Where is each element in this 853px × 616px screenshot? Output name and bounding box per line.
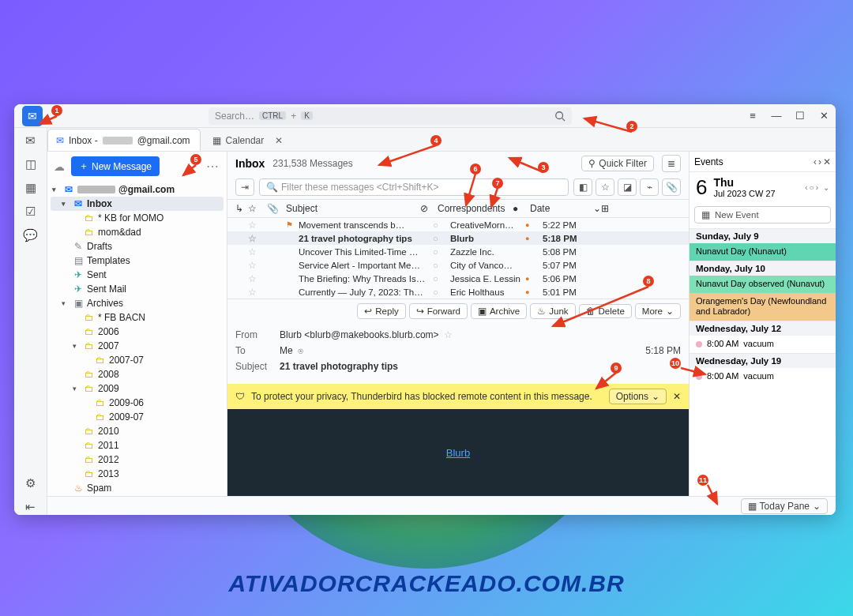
twisty-icon[interactable]: ▾ [62,299,70,307]
maximize-button[interactable]: ☐ [788,104,812,128]
keep-filters-toggle[interactable]: ⇥ [235,178,254,196]
spam-dot-icon[interactable]: ○ [433,261,450,270]
next-day-icon[interactable]: › [816,183,818,192]
prev-icon[interactable]: ‹ [814,156,817,167]
forward-button[interactable]: ↪Forward [409,303,468,319]
folder-row[interactable]: 🗀* KB for MOMO [51,211,224,225]
spaces-mail-icon[interactable]: ✉ [23,133,39,148]
tab-calendar[interactable]: ▦ Calendar ✕ [204,129,294,151]
event-item[interactable]: Nunavut Day (Nunavut) [690,243,836,261]
quick-filter-button[interactable]: ⚲ Quick Filter [581,156,654,171]
hamburger-menu-button[interactable]: ≡ [741,104,765,128]
message-row[interactable]: ☆Currently — July 7, 2023: Th…○Eric Holt… [227,285,689,299]
col-spam[interactable]: ⊘ [420,203,438,214]
folder-row[interactable]: 🗀2007-07 [51,353,224,367]
folder-row[interactable]: ▾✉Inbox [51,197,224,211]
close-events-icon[interactable]: ✕ [823,156,831,167]
folder-row[interactable]: 🗀mom&dad [51,225,224,239]
reply-button[interactable]: ↩Reply [357,303,405,319]
settings-icon[interactable]: ⚙ [23,475,39,491]
col-read[interactable]: ● [513,203,530,214]
message-row[interactable]: ☆Uncover This Limited-Time …○Zazzle Inc.… [227,245,689,258]
next-icon[interactable]: › [818,156,821,167]
twisty-icon[interactable]: ▾ [52,186,60,193]
spam-dot-icon[interactable]: ○ [433,247,450,257]
col-correspondents[interactable]: Correspondents [438,203,513,214]
display-options-icon[interactable]: ☁ [54,160,65,173]
message-row[interactable]: ☆21 travel photography tips○Blurb●5:18 P… [227,231,689,245]
message-filter-input[interactable]: 🔍 Filter these messages <Ctrl+Shift+K> [259,178,569,196]
folder-pane-more-icon[interactable]: ⋯ [206,159,220,174]
tab-inbox[interactable]: ✉ Inbox - @gmail.com [47,129,201,151]
star-icon[interactable]: ☆ [248,287,267,298]
read-dot-icon[interactable]: ● [525,221,543,229]
spam-dot-icon[interactable]: ○ [433,234,450,243]
today-pane-button[interactable]: ▦ Today Pane ⌄ [741,498,828,514]
col-subject[interactable]: Subject [286,203,420,214]
star-icon[interactable]: ☆ [248,220,267,231]
spaces-addressbook-icon[interactable]: ◫ [23,156,39,172]
star-icon[interactable]: ☆ [248,260,267,271]
folder-row[interactable]: ✎Drafts [51,239,224,254]
message-row[interactable]: ☆⚑Movement transcends b…○CreativeMorn…●5… [227,218,689,231]
display-options-button[interactable]: ≣ [662,155,681,172]
folder-row[interactable]: ▾🗀2009 [51,381,224,396]
folder-row[interactable]: ▾🗀2007 [51,339,224,353]
new-event-button[interactable]: ▦ New Event [694,206,831,223]
star-icon[interactable]: ☆ [248,273,267,284]
folder-row[interactable]: 🗀2009-07 [51,410,224,424]
folder-row[interactable]: 🗀* FB BACN [51,310,224,325]
message-body-link[interactable]: Blurb [446,447,470,459]
privacy-options-button[interactable]: Options ⌄ [609,389,667,404]
message-row[interactable]: ☆The Briefing: Why Threads Is…○Jessica E… [227,272,689,285]
folder-row[interactable]: ✈Sent Mail [51,282,224,296]
spam-dot-icon[interactable]: ○ [433,220,450,230]
twisty-icon[interactable]: ▾ [62,200,70,208]
folder-row[interactable]: 🗀2010 [51,424,224,438]
close-icon[interactable]: ✕ [673,391,681,402]
spam-dot-icon[interactable]: ○ [433,274,450,284]
filter-tags-button[interactable]: ⌁ [640,178,659,196]
folder-row[interactable]: ▾▣Archives [51,296,224,310]
new-message-button[interactable]: ＋ New Message [71,156,160,176]
close-button[interactable]: ✕ [812,104,836,128]
tab-close-icon[interactable]: ✕ [275,135,283,146]
spaces-tasks-icon[interactable]: ☑ [23,204,39,220]
star-icon[interactable]: ☆ [248,233,267,244]
folder-row[interactable]: 🗀2008 [51,367,224,381]
filter-attachment-button[interactable]: 📎 [662,178,681,196]
folder-row[interactable]: ▤Templates [51,254,224,268]
spaces-chat-icon[interactable]: 💬 [23,227,39,243]
prev-day-icon[interactable]: ‹ [805,183,807,192]
folder-row[interactable]: 🗀2012 [51,453,224,467]
collapse-spaces-icon[interactable]: ⇤ [23,499,39,515]
folder-row[interactable]: 🗀2006 [51,325,224,339]
col-attachment[interactable]: 📎 [267,203,286,214]
archive-button[interactable]: ▣Archive [471,303,527,319]
read-dot-icon[interactable]: ● [525,288,543,296]
event-item[interactable]: 8:00 AM vacuum [690,368,836,385]
star-icon[interactable]: ☆ [248,246,267,257]
message-row[interactable]: ☆Service Alert - Important Me…○City of V… [227,258,689,272]
spam-dot-icon[interactable]: ○ [433,287,450,297]
folder-row[interactable]: ✈Sent [51,268,224,282]
read-dot-icon[interactable]: ● [525,275,543,283]
star-icon[interactable]: ☆ [444,329,453,340]
junk-button[interactable]: ♨Junk [530,303,575,319]
event-item[interactable]: Orangemen's Day (Newfoundland and Labrad… [690,293,836,321]
folder-row[interactable]: ♨Spam [51,481,224,495]
date-selector[interactable]: 6 Thu Jul 2023 CW 27 ‹ ○ › ⌄ [690,172,836,203]
folder-row[interactable]: 🗀2009-06 [51,396,224,410]
spaces-calendar-icon[interactable]: ▦ [23,180,39,196]
col-star[interactable]: ☆ [248,203,267,214]
column-picker-icon[interactable]: ⊞ [601,203,617,214]
col-thread[interactable]: ↳ [235,203,248,214]
more-button[interactable]: More⌄ [635,303,681,319]
twisty-icon[interactable]: ▾ [73,342,81,350]
today-circle-icon[interactable]: ○ [810,183,814,192]
chevron-down-icon[interactable]: ⌄ [823,183,829,192]
event-item[interactable]: 8:00 AM vacuum [690,336,836,353]
col-date[interactable]: Date⌄ [530,203,601,214]
event-item[interactable]: Nunavut Day observed (Nunavut) [690,276,836,293]
filter-starred-button[interactable]: ☆ [596,178,614,196]
